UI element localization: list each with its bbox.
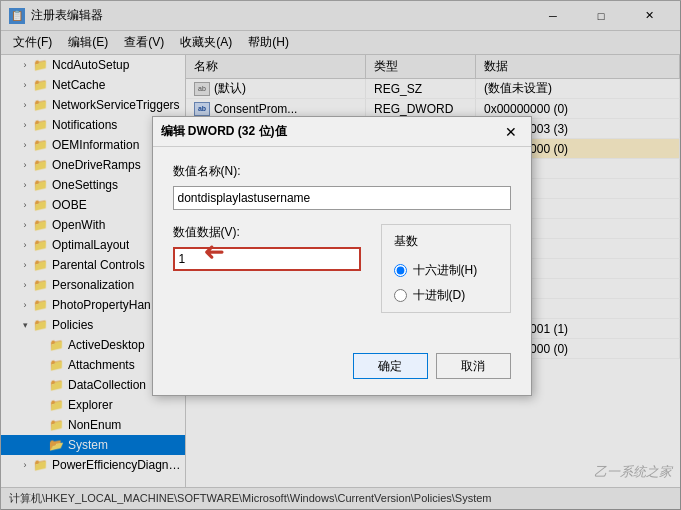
base-label: 基数 [394,233,498,250]
value-field-container: ➜ [173,247,361,271]
dialog-title-bar: 编辑 DWORD (32 位)值 ✕ [153,117,531,147]
dialog-body: 数值名称(N): 数值数据(V): ➜ 基数 [153,147,531,345]
hex-radio-option[interactable]: 十六进制(H) [394,262,498,279]
main-window: 📋 注册表编辑器 ─ □ ✕ 文件(F) 编辑(E) 查看(V) 收藏夹(A) … [0,0,681,510]
edit-dword-dialog: 编辑 DWORD (32 位)值 ✕ 数值名称(N): 数值数据(V): ➜ [152,116,532,396]
name-input[interactable] [173,186,511,210]
name-label: 数值名称(N): [173,163,511,180]
dialog-close-button[interactable]: ✕ [499,120,523,144]
dialog-title: 编辑 DWORD (32 位)值 [161,123,499,140]
dec-label: 十进制(D) [413,287,466,304]
cancel-button[interactable]: 取消 [436,353,511,379]
dec-radio-option[interactable]: 十进制(D) [394,287,498,304]
dec-radio[interactable] [394,289,407,302]
hex-label: 十六进制(H) [413,262,478,279]
data-label: 数值数据(V): [173,224,361,241]
hex-radio[interactable] [394,264,407,277]
ok-button[interactable]: 确定 [353,353,428,379]
value-input-wrap: 数值数据(V): ➜ [173,224,361,271]
value-row: 数值数据(V): ➜ 基数 十六进制(H) [173,224,511,313]
dialog-footer: 确定 取消 [153,345,531,395]
dialog-overlay: 编辑 DWORD (32 位)值 ✕ 数值名称(N): 数值数据(V): ➜ [1,1,681,510]
base-radio-group: 基数 十六进制(H) 十进制(D) [381,224,511,313]
value-input[interactable] [173,247,361,271]
